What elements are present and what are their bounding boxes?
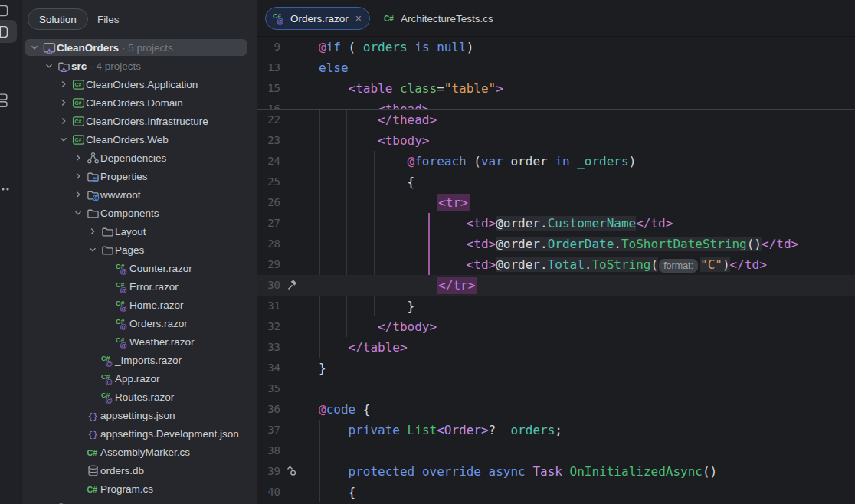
code-line-31[interactable]: 31 } bbox=[257, 296, 855, 316]
tree-item-program-cs[interactable]: C#Program.cs bbox=[22, 479, 257, 498]
code-line-16[interactable]: 16 <thead> bbox=[257, 99, 855, 109]
line-number[interactable]: 34 bbox=[257, 358, 280, 378]
chevron-down-icon[interactable] bbox=[28, 38, 41, 57]
tree-item-error-razor[interactable]: C#@Error.razor bbox=[22, 277, 257, 296]
chevron-right-icon[interactable] bbox=[87, 222, 99, 241]
chevron-down-icon[interactable] bbox=[87, 241, 99, 259]
tree-item-src[interactable]: src· 4 projects bbox=[22, 57, 257, 75]
code-line-22[interactable]: 22 </thead> bbox=[257, 110, 855, 130]
code-line-37[interactable]: 37 private List<Order>? _orders; bbox=[257, 420, 855, 440]
line-number[interactable]: 23 bbox=[257, 130, 280, 151]
tree-item-home-razor[interactable]: C#@Home.razor bbox=[22, 296, 257, 314]
window-icon[interactable] bbox=[0, 5, 18, 17]
tree-item-app-razor[interactable]: C#@App.razor bbox=[22, 369, 257, 388]
code-line-34[interactable]: 34} bbox=[257, 358, 855, 378]
chevron-down-icon[interactable] bbox=[57, 130, 70, 149]
line-number[interactable]: 28 bbox=[257, 234, 280, 254]
tree-item-weather-razor[interactable]: C#@Weather.razor bbox=[22, 332, 257, 351]
tree-item-cleanorders-infrastructure[interactable]: C#CleanOrders.Infrastructure bbox=[22, 112, 257, 130]
svg-text:@: @ bbox=[277, 18, 283, 25]
code-line-9[interactable]: 9@if (_orders is null) bbox=[257, 37, 855, 57]
code-line-32[interactable]: 32 </tbody> bbox=[257, 316, 855, 337]
code-line-39[interactable]: 39 protected override async Task OnIniti… bbox=[257, 461, 855, 482]
code-line-25[interactable]: 25 { bbox=[257, 172, 855, 192]
tree-item-wwwroot[interactable]: wwwroot bbox=[22, 185, 257, 204]
line-number[interactable]: 16 bbox=[257, 99, 280, 109]
line-number[interactable]: 22 bbox=[257, 110, 280, 130]
tree-item-counter-razor[interactable]: C#@Counter.razor bbox=[22, 259, 257, 277]
chevron-down-icon[interactable] bbox=[72, 204, 84, 222]
line-number[interactable]: 38 bbox=[257, 440, 280, 461]
tree-item-layout[interactable]: Layout bbox=[22, 222, 257, 241]
line-number[interactable]: 13 bbox=[257, 57, 280, 78]
tree-item-clipped[interactable] bbox=[22, 498, 257, 504]
chevron-right-icon[interactable] bbox=[72, 185, 84, 204]
structure-tool-icon[interactable] bbox=[0, 93, 15, 107]
code-line-29[interactable]: 29 <td>@order.Total.ToString(format:"C")… bbox=[257, 254, 855, 275]
editor-tab-architecturetests-cs[interactable]: C# ArchitectureTests.cs bbox=[378, 7, 498, 30]
line-number[interactable]: 25 bbox=[257, 172, 280, 192]
code-line-24[interactable]: 24 @foreach (var order in _orders) bbox=[257, 151, 855, 172]
tree-item-orders-db[interactable]: orders.db bbox=[22, 461, 257, 479]
line-number[interactable]: 37 bbox=[257, 420, 280, 440]
chevron-right-icon[interactable] bbox=[57, 112, 70, 130]
tree-item-routes-razor[interactable]: C#@Routes.razor bbox=[22, 388, 257, 406]
chevron-down-icon[interactable] bbox=[43, 57, 55, 75]
editor-tab-orders-razor[interactable]: C#@ Orders.razor × bbox=[265, 7, 370, 30]
line-number[interactable]: 24 bbox=[257, 151, 280, 172]
tab-solution[interactable]: Solution bbox=[28, 8, 88, 30]
line-number[interactable]: 26 bbox=[257, 192, 280, 213]
line-number[interactable]: 31 bbox=[257, 296, 280, 316]
tree-item-cleanorders-domain[interactable]: C#CleanOrders.Domain bbox=[22, 93, 257, 112]
code-line-26[interactable]: 26 <tr> bbox=[257, 192, 855, 213]
code-line-28[interactable]: 28 <td>@order.OrderDate.ToShortDateStrin… bbox=[257, 234, 855, 254]
tree-item-cleanorders-web[interactable]: C#CleanOrders.Web bbox=[22, 130, 257, 149]
line-number[interactable]: 9 bbox=[257, 37, 280, 57]
tree-item-label: appsettings.Development.json bbox=[100, 424, 239, 443]
code-line-13[interactable]: 13else bbox=[257, 57, 855, 78]
line-number[interactable]: 40 bbox=[257, 482, 280, 502]
tree-item-cleanorders-application[interactable]: C#CleanOrders.Application bbox=[22, 75, 257, 93]
line-number[interactable]: 30 bbox=[257, 275, 280, 296]
line-number[interactable]: 27 bbox=[257, 213, 280, 234]
line-number[interactable]: 36 bbox=[257, 399, 280, 420]
chevron-right-icon[interactable] bbox=[72, 167, 84, 185]
tab-files[interactable]: Files bbox=[87, 8, 130, 30]
line-number[interactable]: 15 bbox=[257, 78, 280, 99]
svg-text:C#: C# bbox=[75, 137, 82, 142]
tree-item-pages[interactable]: Pages bbox=[22, 241, 257, 259]
tree-item-dependencies[interactable]: Dependencies bbox=[22, 149, 257, 167]
code-line-38[interactable]: 38 bbox=[257, 440, 855, 461]
intention-hammer-icon[interactable] bbox=[287, 279, 300, 293]
override-marker-icon[interactable] bbox=[287, 465, 300, 479]
code-line-23[interactable]: 23 <tbody> bbox=[257, 130, 855, 151]
code-line-30[interactable]: 30 </tr> bbox=[257, 275, 855, 296]
svg-text:@: @ bbox=[105, 378, 113, 385]
tree-item-cleanorders[interactable]: CleanOrders· 5 projects bbox=[22, 38, 257, 57]
code-area[interactable]: 22 </thead>23 <tbody>24 @foreach (var or… bbox=[257, 110, 855, 502]
line-number[interactable]: 35 bbox=[257, 378, 280, 399]
line-number[interactable]: 39 bbox=[257, 461, 280, 482]
code-line-35[interactable]: 35 bbox=[257, 378, 855, 399]
tree-item-components[interactable]: Components bbox=[22, 204, 257, 222]
more-tools-icon[interactable] bbox=[1, 186, 21, 192]
chevron-right-icon[interactable] bbox=[57, 75, 70, 93]
tree-item-orders-razor[interactable]: C#@Orders.razor bbox=[22, 314, 257, 332]
project-tool-icon[interactable] bbox=[0, 25, 17, 38]
chevron-right-icon[interactable] bbox=[57, 93, 70, 112]
chevron-right-icon[interactable] bbox=[72, 149, 84, 167]
line-number[interactable]: 33 bbox=[257, 337, 280, 358]
code-line-40[interactable]: 40 { bbox=[257, 482, 855, 502]
code-line-27[interactable]: 27 <td>@order.CustomerName</td> bbox=[257, 213, 855, 234]
tree-item-appsettings-development-json[interactable]: {}appsettings.Development.json bbox=[22, 424, 257, 443]
code-line-36[interactable]: 36@code { bbox=[257, 399, 855, 420]
line-number[interactable]: 29 bbox=[257, 254, 280, 275]
tree-item-assemblymarker-cs[interactable]: C#AssemblyMarker.cs bbox=[22, 443, 257, 461]
tree-item-appsettings-json[interactable]: {}appsettings.json bbox=[22, 406, 257, 424]
code-line-33[interactable]: 33 </table> bbox=[257, 337, 855, 358]
code-line-15[interactable]: 15 <table class="table"> bbox=[257, 78, 855, 99]
close-icon[interactable]: × bbox=[355, 13, 362, 24]
tree-item-imports-razor[interactable]: C#@_Imports.razor bbox=[22, 351, 257, 369]
line-number[interactable]: 32 bbox=[257, 316, 280, 337]
tree-item-properties[interactable]: Properties bbox=[22, 167, 257, 185]
